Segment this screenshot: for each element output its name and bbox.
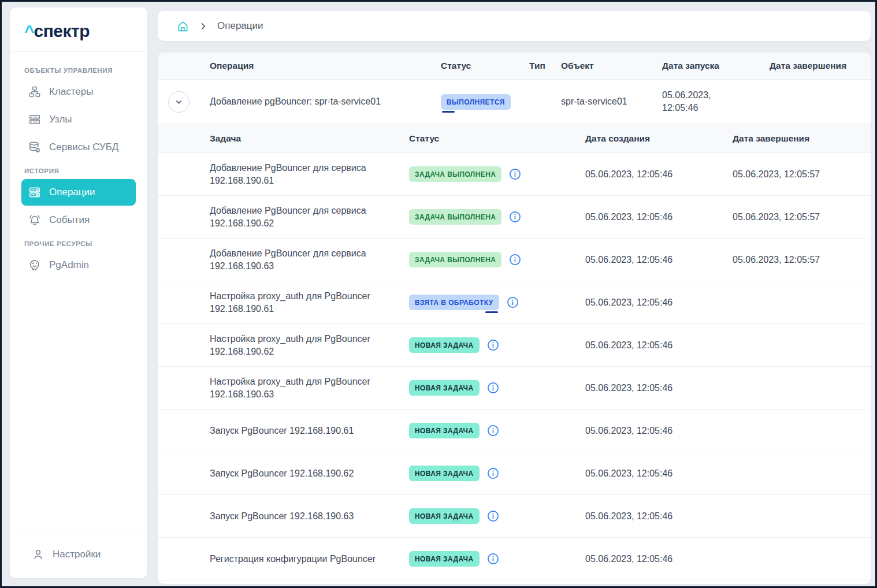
info-button[interactable] — [487, 467, 499, 479]
table-row: Запуск PgBouncer 192.168.190.61 НОВАЯ ЗА… — [158, 410, 871, 452]
task-name: Настройка proxy_auth для PgBouncer 192.1… — [199, 367, 399, 409]
info-button[interactable] — [487, 553, 499, 565]
task-finished-date: 05.06.2023, 12:05:57 — [722, 153, 871, 195]
task-finished-date — [722, 495, 871, 537]
status-badge: НОВАЯ ЗАДАЧА — [409, 551, 480, 567]
task-name: Настройка proxy_auth для PgBouncer 192.1… — [199, 324, 399, 366]
info-button[interactable] — [487, 425, 499, 437]
info-icon — [487, 510, 499, 522]
sidebar-section-label: ПРОЧИЕ РЕСУРСЫ — [24, 240, 133, 247]
info-icon — [507, 296, 519, 308]
task-name: Регистрация конфигурации PgBouncer — [199, 538, 399, 580]
nodes-icon — [28, 113, 41, 126]
task-finished-date — [722, 452, 871, 494]
collapse-operation-button[interactable] — [168, 91, 189, 113]
table-row: Настройка proxy_auth для PgBouncer 192.1… — [158, 281, 871, 324]
chevron-right-icon — [199, 22, 207, 31]
info-button[interactable] — [509, 254, 521, 266]
task-finished-date — [722, 538, 871, 580]
status-badge: НОВАЯ ЗАДАЧА — [409, 337, 480, 353]
sidebar-item-operations[interactable]: Операции — [21, 179, 136, 206]
task-name: Запуск PgBouncer 192.168.190.63 — [199, 495, 399, 537]
sidebar-footer: Настройки — [10, 534, 147, 578]
db-services-icon — [28, 141, 41, 154]
status-badge: ВЫПОЛНЯЕТСЯ — [441, 94, 511, 110]
sidebar-item-clusters[interactable]: Кластеры — [21, 79, 136, 105]
sidebar-item-label: Узлы — [49, 114, 72, 125]
info-icon — [487, 382, 499, 394]
operation-name: Добавление pgBouncer: spr-ta-service01 — [199, 80, 430, 124]
user-icon — [32, 548, 44, 561]
table-row-partial — [158, 580, 871, 584]
table-row: Добавление PgBouncer для сервиса 192.168… — [158, 153, 871, 196]
task-created-date: 05.06.2023, 12:05:46 — [575, 239, 722, 281]
info-icon — [487, 467, 499, 479]
task-finished-date: 05.06.2023, 12:05:57 — [722, 239, 871, 281]
task-finished-date — [722, 410, 871, 452]
status-badge: НОВАЯ ЗАДАЧА — [409, 380, 480, 396]
table-row: Настройка proxy_auth для PgBouncer 192.1… — [158, 367, 871, 410]
task-name: Запуск PgBouncer 192.168.190.62 — [199, 452, 399, 494]
sidebar-item-pgadmin[interactable]: PgAdmin — [21, 252, 136, 278]
breadcrumb: Операции — [158, 11, 871, 41]
table-row: Запуск PgBouncer 192.168.190.62 НОВАЯ ЗА… — [158, 452, 871, 495]
task-finished-date — [722, 367, 871, 409]
column-header-started: Дата запуска — [652, 53, 759, 79]
column-header-task: Задача — [199, 124, 399, 152]
logo-text: спектр — [34, 21, 90, 41]
info-icon — [487, 339, 499, 351]
status-badge: НОВАЯ ЗАДАЧА — [409, 508, 480, 524]
info-button[interactable] — [487, 510, 499, 522]
tasks-header-row: Задача Статус Дата создания Дата заверше… — [158, 124, 871, 153]
task-created-date: 05.06.2023, 12:05:46 — [575, 153, 722, 195]
table-row: Добавление PgBouncer для сервиса 192.168… — [158, 196, 871, 239]
sidebar-item-db-services[interactable]: Сервисы СУБД — [21, 134, 136, 161]
column-header-operation: Операция — [199, 53, 430, 79]
info-button[interactable] — [509, 211, 521, 223]
table-row: Настройка proxy_auth для PgBouncer 192.1… — [158, 324, 871, 367]
clusters-icon — [28, 85, 41, 98]
info-icon — [509, 168, 521, 180]
info-button[interactable] — [487, 339, 499, 351]
task-name: Добавление PgBouncer для сервиса 192.168… — [199, 239, 399, 281]
sidebar-item-nodes[interactable]: Узлы — [21, 106, 136, 133]
operations-header-row: Операция Статус Тип Объект Дата запуска … — [158, 53, 871, 80]
sidebar-section: ОБЪЕКТЫ УПРАВЛЕНИЯ Кластеры Узлы Сервисы… — [21, 67, 136, 161]
sidebar-item-label: Кластеры — [49, 86, 94, 98]
column-header-finished: Дата завершения — [759, 53, 871, 79]
breadcrumb-current: Операции — [217, 20, 263, 32]
sidebar-item-label: Настройки — [53, 549, 101, 560]
expand-column-header — [158, 53, 199, 79]
sidebar-section: ПРОЧИЕ РЕСУРСЫ PgAdmin — [21, 240, 136, 278]
sidebar-item-label: PgAdmin — [49, 259, 89, 271]
pgadmin-icon — [28, 259, 41, 271]
status-badge: ЗАДАЧА ВЫПОЛНЕНА — [409, 252, 501, 267]
status-badge: ЗАДАЧА ВЫПОЛНЕНА — [409, 209, 501, 225]
sidebar-item-settings[interactable]: Настройки — [25, 548, 147, 561]
sidebar: ^спектр ОБЪЕКТЫ УПРАВЛЕНИЯ Кластеры Узлы… — [10, 8, 147, 578]
column-header-object: Объект — [551, 53, 652, 79]
info-button[interactable] — [487, 382, 499, 394]
events-icon — [28, 214, 41, 226]
table-row: Добавление PgBouncer для сервиса 192.168… — [158, 239, 871, 281]
table-row: Регистрация конфигурации PgBouncer НОВАЯ… — [158, 538, 871, 580]
info-button[interactable] — [509, 168, 521, 180]
app-logo: ^спектр — [10, 8, 147, 51]
sidebar-item-events[interactable]: События — [21, 207, 136, 233]
info-icon — [509, 211, 521, 223]
table-row: Запуск PgBouncer 192.168.190.63 НОВАЯ ЗА… — [158, 495, 871, 538]
main-area: Операции Операция Статус Тип Объект Дата… — [158, 2, 871, 586]
operations-table: Операция Статус Тип Объект Дата запуска … — [158, 53, 871, 584]
task-created-date: 05.06.2023, 12:05:46 — [575, 196, 722, 238]
info-button[interactable] — [507, 296, 519, 308]
task-name: Добавление PgBouncer для сервиса 192.168… — [199, 196, 399, 238]
home-icon[interactable] — [177, 20, 189, 32]
column-header-task-status: Статус — [399, 124, 575, 152]
status-badge: НОВАЯ ЗАДАЧА — [409, 423, 480, 438]
task-finished-date — [722, 281, 871, 323]
operation-start-date: 05.06.2023, 12:05:46 — [662, 89, 726, 114]
task-finished-date — [722, 324, 871, 366]
sidebar-item-label: Операции — [49, 187, 95, 198]
sidebar-nav: ОБЪЕКТЫ УПРАВЛЕНИЯ Кластеры Узлы Сервисы… — [10, 52, 147, 278]
info-icon — [487, 553, 499, 565]
